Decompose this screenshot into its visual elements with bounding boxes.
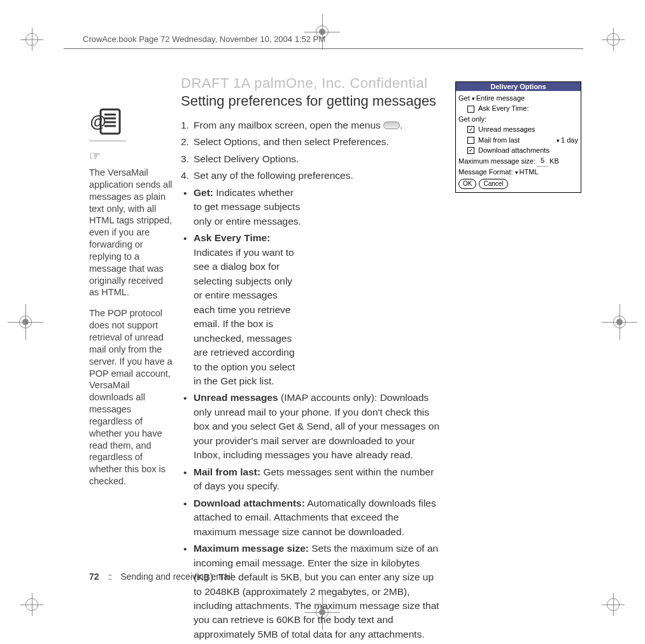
pointing-hand-icon: ☞ [89,148,174,164]
bullet-maxsize-label: Maximum message size: [194,543,309,554]
palm-ask-checkbox[interactable] [467,106,474,113]
palm-maxsize-input[interactable]: 5 [537,156,548,166]
bullet-unread-suffix: (IMAP accounts only): [278,392,378,403]
palm-format-dropdown[interactable]: HTML [515,167,539,177]
chapter-title: Sending and receiving email [120,571,232,582]
step-list: 1.From any mailbox screen, open the menu… [181,118,581,644]
versamail-app-icon: @ [89,107,126,141]
running-head: CrowAce.book Page 72 Wednesday, November… [83,34,325,44]
header-rule [64,48,583,49]
center-mark-left [14,311,37,333]
bullet-unread-label: Unread messages [194,392,278,403]
palm-unread-checkbox[interactable] [467,126,474,133]
palm-unread-label: Unread messages [478,125,535,134]
bullet-mfl-label: Mail from last: [194,466,260,477]
palm-mfl-checkbox[interactable] [467,137,474,144]
watermark: DRAFT 1A palmOne, Inc. Confidential [181,75,428,92]
step-4: Set any of the following preferences. [194,169,353,183]
step-2: Select Options, and then select Preferen… [194,135,389,149]
palm-titlebar: Delivery Options [456,82,581,91]
page-number: 72 [89,571,99,582]
bullet-get-label: Get: [194,187,213,198]
palm-get-dropdown[interactable]: Entire message [472,94,525,103]
step-1-pre: From any mailbox screen, open the menus [194,120,383,130]
footer-separator: :: [108,571,111,582]
svg-text:@: @ [90,112,106,131]
palm-mfl-dropdown[interactable]: 1 day [556,136,578,145]
palm-maxsize-unit: KB [549,157,559,166]
palm-screenshot: Delivery Options Get Entire message Ask … [455,81,581,193]
palm-cancel-button[interactable]: Cancel [479,179,507,189]
palm-ask-label: Ask Every Time: [478,104,528,113]
bullet-ask-text: Indicates if you want to see a dialog bo… [194,247,295,386]
bullet-ask-label: Ask Every Time: [194,232,270,243]
palm-mfl-label: Mail from last [478,136,520,145]
sidebar-note-1: The VersaMail application sends all mess… [89,167,174,298]
sidebar-note-2: The POP protocol does not support retrie… [89,307,174,487]
palm-format-label: Message Format: [458,167,513,177]
palm-maxsize-label: Maximum message size: [458,157,535,166]
step-1-post: . [400,120,402,130]
menu-icon [383,122,400,129]
center-mark-right [608,311,631,333]
step-3: Select Delivery Options. [194,152,299,166]
palm-getonly-label: Get only: [458,115,486,124]
page-footer: 72 :: Sending and receiving email [89,571,232,582]
palm-get-label: Get [458,94,470,103]
crop-mark-tr [602,28,625,51]
crop-mark-tl [20,28,43,51]
sidebar: @ ☞ The VersaMail application sends all … [89,107,174,496]
palm-download-checkbox[interactable] [467,147,474,154]
crop-mark-bl [20,593,43,616]
bullet-maxsize-text: Sets the maximum size of an incoming ema… [194,543,439,640]
palm-download-label: Download attachments [478,146,549,155]
crop-mark-br [602,593,625,616]
palm-ok-button[interactable]: OK [458,179,476,189]
bullet-download-label: Download attachments: [194,498,305,508]
